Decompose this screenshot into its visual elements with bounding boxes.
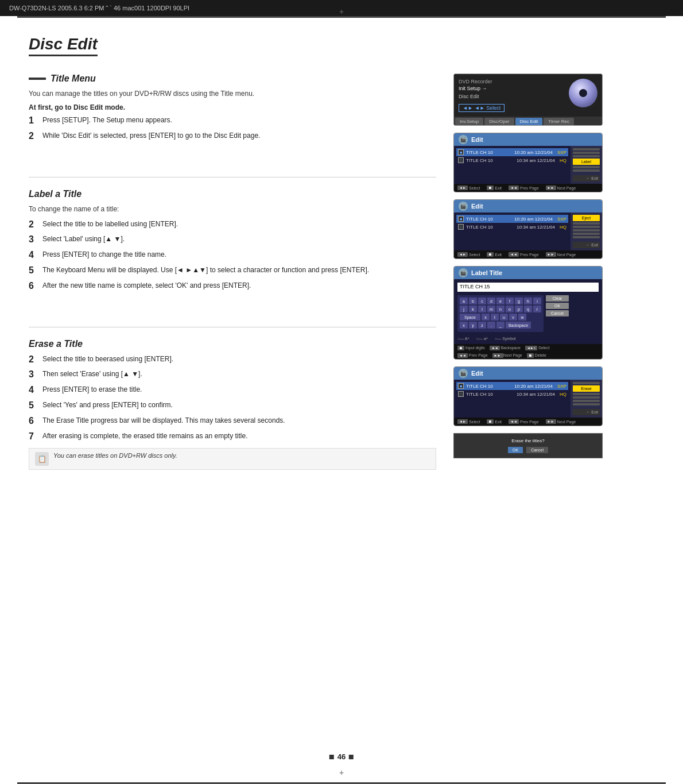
key-y[interactable]: y: [469, 322, 477, 329]
exit-btn-2[interactable]: ← Exit: [573, 242, 600, 248]
row1-label: TITLE CH 10: [466, 150, 493, 155]
sidebar-btn-label[interactable]: Label: [573, 159, 600, 165]
key-d[interactable]: d: [487, 298, 495, 304]
kb-row-2: j k l m n o p q r: [460, 306, 541, 312]
erase-step-3: 3 Then select 'Erase' using [▲ ▼].: [29, 369, 436, 381]
key-b[interactable]: b: [469, 298, 477, 304]
sidebar-btn-2-2[interactable]: [573, 222, 600, 225]
tab-disc-edit[interactable]: Disc Edit: [515, 118, 543, 125]
key-e[interactable]: e: [496, 298, 505, 304]
sidebar-btn-3-5[interactable]: [573, 400, 600, 402]
key-dot[interactable]: .: [487, 322, 495, 329]
dvd-recorder-mockup: DVD Recorder Init Setup → Disc Edit ◄► ◄…: [453, 74, 603, 126]
mode-symbol[interactable]: ○— Symbol: [495, 337, 516, 341]
row2-2-quality: HQ: [560, 225, 566, 230]
mode-uppercase[interactable]: ○— A^: [457, 337, 469, 341]
key-z[interactable]: z: [478, 322, 486, 329]
edit-footer-2: ◄► Select ⏹ Exit ◄◄ Prev Page ►► Next Pa…: [454, 250, 602, 258]
title-menu-section: Title Menu You can manage the titles on …: [29, 74, 436, 142]
btn-clear[interactable]: Clear: [546, 295, 569, 302]
erase-ok-button[interactable]: OK: [508, 447, 523, 453]
key-o[interactable]: o: [506, 306, 514, 312]
sidebar-btn-2-3[interactable]: [573, 226, 600, 228]
edit-screen-1: 🎬 Edit ■ TITLE CH 10 10:20 am 12/21/04 S…: [453, 133, 603, 192]
sidebar-btn-erase[interactable]: Erase: [573, 385, 600, 392]
tab-disc-oper[interactable]: Disc/Oper: [484, 118, 514, 125]
note-box: 📋 You can erase titles on DVD+RW discs o…: [29, 448, 436, 470]
sidebar-btn-1[interactable]: [573, 148, 600, 150]
label-title-screen: 🎬 Label Title TITLE CH 15 a b c d: [453, 266, 603, 360]
edit-row-3-1: ■ TITLE CH 10 10:20 am 12/21/04 SXP: [456, 382, 568, 390]
key-l[interactable]: l: [478, 306, 486, 312]
key-u[interactable]: u: [500, 314, 508, 320]
tab-timer-rec[interactable]: Timer Rec: [544, 118, 574, 125]
key-s[interactable]: s: [482, 314, 490, 320]
sidebar-eject[interactable]: Eject: [573, 215, 600, 221]
mode-lowercase[interactable]: ○— a^: [476, 337, 488, 341]
sidebar-btn-3-4[interactable]: [573, 396, 600, 399]
key-p[interactable]: p: [515, 306, 523, 312]
key-i[interactable]: i: [533, 298, 541, 304]
erase-step-5: 5 Select 'Yes' and press [ENTER] to conf…: [29, 400, 436, 412]
sidebar-btn-3-3[interactable]: [573, 393, 600, 395]
key-j[interactable]: j: [460, 306, 468, 312]
erase-cancel-button[interactable]: Cancel: [526, 447, 548, 453]
footer-input-digits: ⏹ Input digits: [457, 346, 485, 350]
key-f[interactable]: f: [506, 298, 514, 304]
label-input[interactable]: TITLE CH 15: [457, 283, 599, 292]
key-v[interactable]: v: [509, 314, 517, 320]
page-number: 46: [329, 752, 354, 761]
sidebar-btn-6[interactable]: [573, 169, 600, 172]
key-t[interactable]: t: [491, 314, 499, 320]
key-m[interactable]: m: [487, 306, 495, 312]
erase-step-7-text: After erasing is complete, the erased ti…: [42, 431, 436, 441]
key-underscore[interactable]: _: [496, 322, 505, 329]
footer-label-prev: ◄◄ Prev Page: [457, 353, 488, 357]
key-space[interactable]: Space: [460, 314, 480, 320]
edit-row-1: ■ TITLE CH 10 10:20 am 12/21/04 SXP: [456, 148, 568, 156]
key-c[interactable]: c: [478, 298, 486, 304]
key-h[interactable]: h: [524, 298, 532, 304]
exit-btn-3[interactable]: ← Exit: [573, 409, 600, 415]
erase-step-7: 7 After erasing is complete, the erased …: [29, 431, 436, 443]
kb-right: Clear OK Cancel: [546, 295, 569, 334]
footer-label-delete: ⏹ Delete: [527, 353, 546, 357]
erase-step-6-num: 6: [29, 415, 38, 427]
edit-list-3: ■ TITLE CH 10 10:20 am 12/21/04 SXP □ TI…: [454, 380, 571, 418]
sidebar-btn-2-6[interactable]: [573, 236, 600, 238]
dvd-nav-tabs: Inv.Setup Disc/Oper Disc Edit Timer Rec: [454, 117, 602, 125]
label-step-5-text: The Keyboard Menu will be displayed. Use…: [42, 265, 436, 275]
check-2: □: [458, 157, 464, 163]
edit-title-2: Edit: [471, 203, 483, 210]
label-title-heading: Label a Title: [29, 189, 436, 199]
key-g[interactable]: g: [515, 298, 523, 304]
sidebar-btn-3[interactable]: [573, 155, 600, 157]
edit-screen-2-header: 🎬 Edit: [454, 200, 602, 213]
sidebar-btn-3-1[interactable]: [573, 382, 600, 384]
key-w[interactable]: w: [518, 314, 526, 320]
tab-inv-setup[interactable]: Inv.Setup: [455, 118, 483, 125]
btn-cancel[interactable]: Cancel: [546, 310, 569, 316]
key-q[interactable]: q: [524, 306, 532, 312]
edit-list-1: ■ TITLE CH 10 10:20 am 12/21/04 SXP □ TI…: [454, 146, 571, 184]
key-backspace[interactable]: Backspace: [506, 322, 531, 329]
exit-btn-1[interactable]: ← Exit: [573, 175, 600, 181]
sidebar-btn-3-6[interactable]: [573, 403, 600, 405]
key-r[interactable]: r: [533, 306, 541, 312]
label-screen-header: 🎬 Label Title: [454, 267, 602, 279]
check-3-2: □: [458, 391, 464, 397]
key-x[interactable]: x: [460, 322, 468, 329]
key-n[interactable]: n: [496, 306, 505, 312]
sidebar-btn-2-5[interactable]: [573, 233, 600, 235]
row2-1-quality: SXP: [557, 217, 566, 222]
footer-prev-1: ◄◄ Prev Page: [509, 186, 539, 190]
key-k[interactable]: k: [469, 306, 477, 312]
keyboard-area: a b c d e f g h i j: [457, 295, 599, 334]
key-a[interactable]: a: [460, 298, 468, 304]
btn-ok[interactable]: OK: [546, 303, 569, 309]
label-step-3: 3 Select 'Label' using [▲ ▼].: [29, 234, 436, 246]
sidebar-btn-2[interactable]: [573, 152, 600, 154]
sidebar-btn-5[interactable]: [573, 166, 600, 168]
sidebar-btn-2-4[interactable]: [573, 229, 600, 231]
row3-2-quality: HQ: [560, 392, 566, 397]
